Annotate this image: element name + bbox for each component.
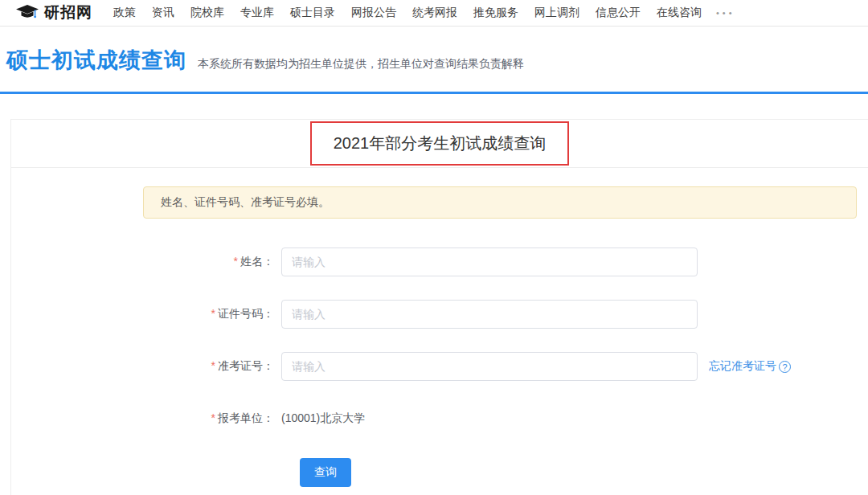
page-title: 硕士初试成绩查询: [6, 46, 186, 75]
more-icon[interactable]: •••: [716, 8, 735, 18]
nav-item-tuimianfuwu[interactable]: 推免服务: [473, 6, 518, 20]
id-number-input[interactable]: [281, 300, 698, 329]
required-fields-alert: 姓名、证件号码、准考证号必填。: [143, 186, 857, 219]
required-asterisk: *: [211, 359, 215, 372]
form-row-submit: 查询: [11, 458, 868, 487]
graduation-cap-icon: [16, 5, 39, 21]
help-circle-icon: ?: [779, 361, 791, 373]
query-panel: 2021年部分考生初试成绩查询 姓名、证件号码、准考证号必填。 *姓名： *证件…: [10, 119, 868, 495]
name-input[interactable]: [281, 248, 698, 276]
target-institution-label: *报考单位：: [11, 411, 274, 426]
required-asterisk: *: [211, 411, 215, 424]
annotation-box: 2021年部分考生初试成绩查询: [310, 121, 570, 166]
site-logo[interactable]: 研招网: [16, 2, 92, 23]
required-asterisk: *: [234, 255, 238, 268]
target-institution-value: (10001)北京大学: [281, 411, 365, 426]
nav-item-xinxigongkai[interactable]: 信息公开: [596, 6, 641, 20]
page-header: 硕士初试成绩查询 本系统所有数据均为招生单位提供，招生单位对查询结果负责解释: [0, 27, 868, 94]
forgot-ticket-link[interactable]: 忘记准考证号?: [709, 359, 791, 374]
panel-title-bar: 2021年部分考生初试成绩查询: [11, 120, 868, 168]
nav-item-zhuanyeku[interactable]: 专业库: [240, 6, 274, 20]
nav-item-tongkaowangbao[interactable]: 统考网报: [412, 6, 457, 20]
name-label: *姓名：: [11, 255, 274, 269]
query-button[interactable]: 查询: [300, 458, 351, 487]
panel-title: 2021年部分考生初试成绩查询: [334, 134, 547, 152]
form-row-name: *姓名：: [11, 248, 868, 276]
admission-ticket-label: *准考证号：: [11, 359, 274, 374]
id-number-label: *证件号码：: [11, 307, 274, 321]
form-row-admission-ticket: *准考证号： 忘记准考证号?: [11, 352, 868, 381]
nav-item-zhengce[interactable]: 政策: [113, 6, 136, 20]
nav-item-zaixianzixun[interactable]: 在线咨询: [657, 6, 702, 20]
nav-item-zixun[interactable]: 资讯: [152, 6, 174, 20]
required-asterisk: *: [211, 307, 215, 320]
nav-item-wangbaogonggao[interactable]: 网报公告: [351, 6, 396, 20]
logo-text: 研招网: [44, 2, 92, 23]
top-nav: 研招网 政策 资讯 院校库 专业库 硕士目录 网报公告 统考网报 推免服务 网上…: [0, 0, 868, 27]
form-row-target-institution: *报考单位： (10001)北京大学: [11, 404, 868, 433]
main-nav: 政策 资讯 院校库 专业库 硕士目录 网报公告 统考网报 推免服务 网上调剂 信…: [113, 6, 702, 20]
nav-item-shuoshimulu[interactable]: 硕士目录: [290, 6, 335, 20]
nav-item-yuanxiaoku[interactable]: 院校库: [190, 6, 224, 20]
main-content: 2021年部分考生初试成绩查询 姓名、证件号码、准考证号必填。 *姓名： *证件…: [0, 119, 868, 495]
admission-ticket-input[interactable]: [281, 352, 698, 381]
page-subtitle: 本系统所有数据均为招生单位提供，招生单位对查询结果负责解释: [198, 57, 524, 72]
panel-body: 姓名、证件号码、准考证号必填。 *姓名： *证件号码： *准考证号： 忘记准考证…: [11, 168, 868, 495]
nav-item-wangshangtiaoji[interactable]: 网上调剂: [534, 6, 579, 20]
form-row-id-number: *证件号码：: [11, 300, 868, 329]
